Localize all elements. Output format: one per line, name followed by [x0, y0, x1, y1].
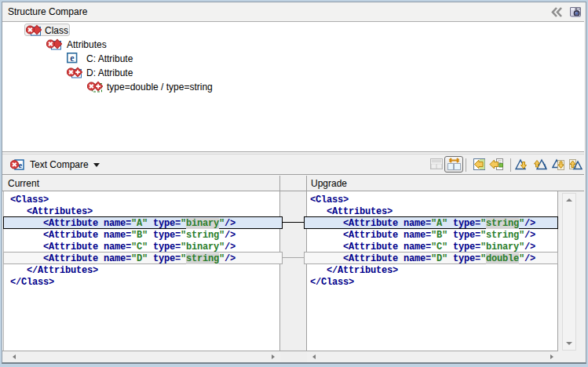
- svg-text:e: e: [70, 53, 75, 64]
